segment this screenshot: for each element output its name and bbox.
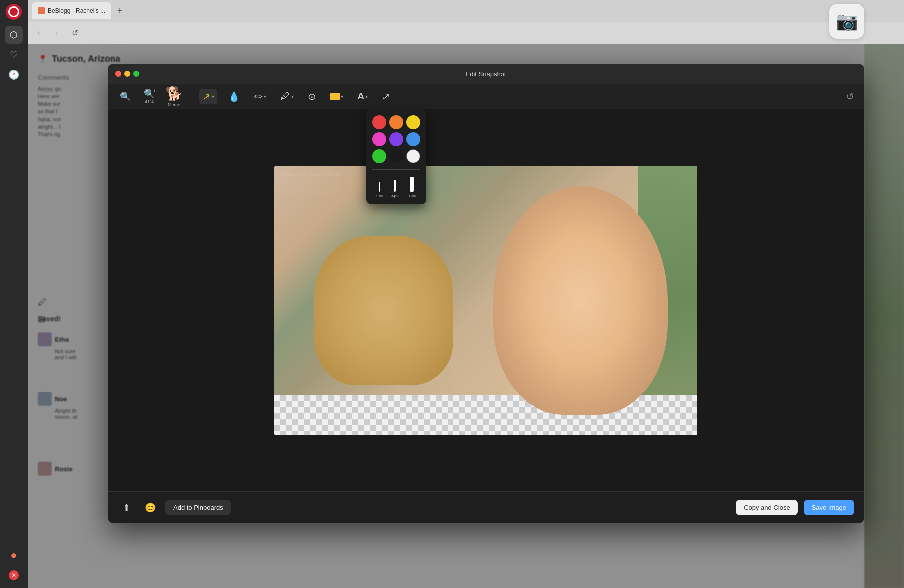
zoom-in-button[interactable]: 🔍+ 41% xyxy=(141,88,157,104)
arrow-tool-icon: ↗ xyxy=(202,91,211,102)
sidebar-item-history[interactable]: 🕐 xyxy=(5,66,23,84)
minimize-traffic-light[interactable] xyxy=(124,71,130,77)
emoji-button[interactable]: 😊 xyxy=(141,499,159,517)
color-picker-separator xyxy=(372,169,420,170)
forward-button[interactable]: › xyxy=(50,26,64,40)
stroke-label-4px: 4px xyxy=(391,194,399,198)
arrow-tool-button[interactable]: ↗ ▾ xyxy=(199,89,217,104)
stroke-line-4px xyxy=(394,180,396,192)
history-icon: 🕐 xyxy=(8,69,19,80)
color-swatch-orange[interactable] xyxy=(389,115,403,129)
copy-and-close-button[interactable]: Copy and Close xyxy=(736,500,798,515)
share-icon: ⬆ xyxy=(123,502,130,513)
text-icon: A xyxy=(357,91,364,102)
color-swatch-yellow[interactable] xyxy=(406,115,420,129)
color-swatch-red[interactable] xyxy=(372,115,386,129)
modal-bottom-bar: ⬆ 😊 Add to Pinboards Copy and Close Save… xyxy=(108,491,864,523)
color-swatch-white[interactable] xyxy=(406,149,420,163)
undo-icon: ↺ xyxy=(846,91,854,102)
fullscreen-traffic-light[interactable] xyxy=(133,71,139,77)
dropper-icon: 💧 xyxy=(228,91,240,102)
dog-silhouette xyxy=(314,236,453,385)
zoom-out-button[interactable]: 🔍 xyxy=(117,91,133,102)
browser-tab[interactable]: BeBlogg - Rachel's ... xyxy=(32,2,111,19)
bookmark-icon: ♡ xyxy=(10,49,18,60)
sidebar-item-pinboard[interactable]: ⬡ xyxy=(5,26,23,44)
text-dropdown-icon: ▾ xyxy=(365,94,368,99)
close-icon: ✕ xyxy=(9,570,19,580)
color-swatches xyxy=(372,115,420,163)
zoom-in-icon: 🔍+ xyxy=(144,88,155,99)
emoji-icon: 😊 xyxy=(145,502,156,513)
meme-button[interactable]: 🐕 Meme xyxy=(165,86,183,107)
shape-dropdown-icon: ▾ xyxy=(341,94,343,99)
back-icon: ‹ xyxy=(37,28,40,37)
save-image-button[interactable]: Save Image xyxy=(804,500,854,515)
add-to-pinboards-button[interactable]: Add to Pinboards xyxy=(165,500,231,515)
sidebar-item-messenger[interactable]: ● xyxy=(5,546,23,564)
color-swatch-pink[interactable] xyxy=(372,132,386,146)
zoom-label: 41% xyxy=(145,99,154,104)
person-silhouette xyxy=(493,186,668,415)
messenger-icon: ● xyxy=(10,549,17,562)
modal-title: Edit Snapshot xyxy=(466,70,506,78)
highlighter-button[interactable]: 🖊 ▾ xyxy=(277,89,297,104)
sidebar-item-close[interactable]: ✕ xyxy=(5,566,23,584)
pinboard-icon: ⬡ xyxy=(10,29,18,40)
bottom-bar-left: ⬆ 😊 Add to Pinboards xyxy=(117,499,231,517)
shape-icon xyxy=(330,93,340,100)
traffic-lights xyxy=(115,71,139,77)
zoom-out-icon: 🔍 xyxy=(120,91,131,102)
forward-icon: › xyxy=(55,28,58,37)
text-button[interactable]: A ▾ xyxy=(354,89,371,104)
add-tab-button[interactable]: + xyxy=(113,4,127,18)
meme-label: Meme xyxy=(168,102,180,107)
photo-content: Woman with golden retriever xyxy=(274,166,697,435)
stroke-line-2px xyxy=(379,182,380,192)
sidebar-item-bookmark[interactable]: ♡ xyxy=(5,46,23,64)
navigation-bar: ‹ › ↺ xyxy=(28,22,904,44)
toolbar-separator-1 xyxy=(191,90,191,103)
arrow-tool-dropdown-icon: ▾ xyxy=(212,94,214,99)
screenshot-button[interactable]: 📷 xyxy=(829,4,864,39)
crop-icon: ⤢ xyxy=(382,91,390,102)
camera-icon: 📷 xyxy=(836,11,858,32)
save-image-label: Save Image xyxy=(812,504,846,511)
stroke-sizes: 2px 4px 10px xyxy=(372,175,420,198)
tab-title: BeBlogg - Rachel's ... xyxy=(48,7,105,14)
stroke-size-4px[interactable]: 4px xyxy=(391,180,399,198)
color-swatch-blue[interactable] xyxy=(406,132,420,146)
highlighter-icon: 🖊 xyxy=(280,91,290,102)
edit-snapshot-modal: Edit Snapshot 🔍 🔍+ 41% 🐕 Meme xyxy=(108,64,864,523)
stroke-line-10px xyxy=(410,177,414,192)
color-picker-dropdown: 2px 4px 10px xyxy=(366,109,426,204)
stroke-label-10px: 10px xyxy=(407,194,417,198)
content-area: 📍 Tucson, Arizona Comments Ayyyy, guHere… xyxy=(28,44,904,588)
opera-logo-icon[interactable] xyxy=(6,4,22,20)
reload-button[interactable]: ↺ xyxy=(68,26,82,40)
bottom-bar-right: Copy and Close Save Image xyxy=(736,500,854,515)
back-button[interactable]: ‹ xyxy=(32,26,46,40)
modal-image-area: Woman with golden retriever xyxy=(108,109,864,491)
close-traffic-light[interactable] xyxy=(115,71,121,77)
modal-toolbar: 🔍 🔍+ 41% 🐕 Meme ↗ ▾ 💧 xyxy=(108,84,864,109)
meme-icon: 🐕 xyxy=(165,86,183,102)
crop-button[interactable]: ⤢ xyxy=(379,89,393,104)
stroke-size-2px[interactable]: 2px xyxy=(376,182,384,198)
highlighter-dropdown-icon: ▾ xyxy=(291,94,294,99)
shape-button[interactable]: ▾ xyxy=(327,91,346,102)
color-swatch-purple[interactable] xyxy=(389,132,403,146)
copy-close-label: Copy and Close xyxy=(744,504,790,511)
pen-dropdown-icon: ▾ xyxy=(264,94,266,99)
color-swatch-green[interactable] xyxy=(372,149,386,163)
stroke-size-10px[interactable]: 10px xyxy=(407,177,417,198)
color-swatch-black[interactable] xyxy=(389,149,403,163)
mask-icon: ⊙ xyxy=(308,91,316,102)
image-caption: Woman with golden retriever xyxy=(279,171,342,177)
undo-button[interactable]: ↺ xyxy=(846,91,854,102)
pen-tool-button[interactable]: ✏ ▾ xyxy=(251,89,269,104)
dropper-button[interactable]: 💧 xyxy=(225,89,243,104)
opera-sidebar: ⬡ ♡ 🕐 ● ✕ xyxy=(0,0,28,588)
share-button[interactable]: ⬆ xyxy=(117,499,135,517)
mask-button[interactable]: ⊙ xyxy=(305,89,319,104)
